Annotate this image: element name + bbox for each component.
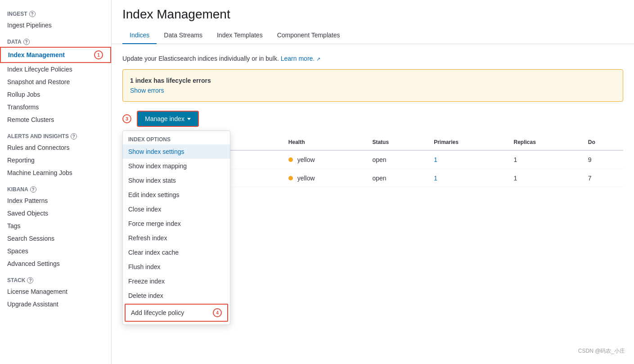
row1-health-label: yellow	[297, 156, 315, 163]
row1-health: yellow	[283, 150, 367, 169]
chevron-down-icon	[187, 118, 191, 120]
tab-component-templates[interactable]: Component Templates	[270, 27, 347, 44]
th-status: Status	[367, 134, 428, 150]
tab-bar: Indices Data Streams Index Templates Com…	[122, 27, 623, 44]
sidebar-section-title-kibana: Kibana ?	[0, 183, 111, 194]
step-badge-1: 1	[94, 50, 103, 59]
sidebar-item-ml-jobs[interactable]: Machine Learning Jobs	[0, 166, 111, 179]
th-replicas: Replicas	[508, 134, 583, 150]
dropdown-item-flush[interactable]: Flush index	[123, 260, 230, 274]
row2-primaries: 1	[428, 169, 508, 187]
alerts-help-icon[interactable]: ?	[71, 133, 77, 139]
manage-index-button[interactable]: Manage index	[137, 111, 199, 127]
step-badge-4: 4	[213, 308, 222, 317]
sidebar-item-index-patterns[interactable]: Index Patterns	[0, 194, 111, 207]
external-link-icon: ↗	[316, 56, 320, 62]
section-title-ingest: Ingest	[7, 11, 27, 17]
dropdown-item-edit-settings[interactable]: Edit index settings	[123, 188, 230, 202]
info-text: Update your Elasticsearch indices indivi…	[122, 55, 623, 62]
row1-primaries: 1	[428, 150, 508, 169]
alert-title: 1 index has lifecycle errors	[130, 77, 616, 84]
dropdown-item-add-lifecycle[interactable]: Add lifecycle policy4	[125, 304, 228, 322]
manage-index-label: Manage index	[145, 115, 184, 122]
content-area: Update your Elasticsearch indices indivi…	[112, 44, 634, 364]
section-title-alerts: Alerts and Insights	[7, 133, 69, 139]
row2-docs: 7	[583, 169, 623, 187]
row2-status: open	[367, 169, 428, 187]
tab-data-streams[interactable]: Data Streams	[157, 27, 210, 44]
dropdown-item-close[interactable]: Close index	[123, 202, 230, 216]
watermark: CSDN @码农_小庄	[578, 347, 625, 355]
row2-health-label: yellow	[297, 175, 315, 182]
sidebar: Ingest ? Ingest Pipelines Data ? Index M…	[0, 0, 112, 364]
sidebar-item-rules[interactable]: Rules and Connectors	[0, 141, 111, 154]
sidebar-item-snapshot[interactable]: Snapshot and Restore	[0, 76, 111, 88]
row2-primaries-link[interactable]: 1	[434, 175, 437, 182]
sidebar-section-title-stack: Stack ?	[0, 274, 111, 285]
th-docs: Do	[583, 134, 623, 150]
lifecycle-error-banner: 1 index has lifecycle errors Show errors	[122, 69, 623, 102]
th-primaries: Primaries	[428, 134, 508, 150]
sidebar-item-rollup[interactable]: Rollup Jobs	[0, 88, 111, 101]
sidebar-item-spaces[interactable]: Spaces	[0, 245, 111, 257]
dropdown-item-refresh[interactable]: Refresh index	[123, 231, 230, 245]
dropdown-item-show-stats[interactable]: Show index stats	[123, 173, 230, 188]
sidebar-item-ilp[interactable]: Index Lifecycle Policies	[0, 63, 111, 76]
tab-indices[interactable]: Indices	[122, 27, 157, 44]
step-badge-3: 3	[122, 114, 131, 123]
sidebar-section-kibana: Kibana ? Index Patterns Saved Objects Ta…	[0, 183, 111, 270]
kibana-help-icon[interactable]: ?	[30, 186, 36, 193]
sidebar-section-data: Data ? Index Management 1 Index Lifecycl…	[0, 35, 111, 126]
dropdown-item-force-merge[interactable]: Force merge index	[123, 216, 230, 231]
index-management-label: Index Management	[8, 51, 65, 58]
sidebar-item-reporting[interactable]: Reporting	[0, 154, 111, 166]
main-content: Index Management Indices Data Streams In…	[112, 0, 634, 364]
sidebar-item-search-sessions[interactable]: Search Sessions	[0, 232, 111, 245]
sidebar-section-title-ingest: Ingest ?	[0, 7, 111, 19]
sidebar-section-ingest: Ingest ? Ingest Pipelines	[0, 7, 111, 31]
page-header: Index Management Indices Data Streams In…	[112, 0, 634, 44]
info-text-content: Update your Elasticsearch indices indivi…	[122, 55, 279, 62]
sidebar-item-remote-clusters[interactable]: Remote Clusters	[0, 113, 111, 126]
row1-docs: 9	[583, 150, 623, 169]
dropdown-item-freeze[interactable]: Freeze index	[123, 274, 230, 288]
row1-health-dot	[288, 157, 293, 162]
tab-index-templates[interactable]: Index Templates	[210, 27, 270, 44]
dropdown-item-show-settings[interactable]: Show index settings	[123, 144, 230, 159]
sidebar-section-title-data: Data ?	[0, 35, 111, 47]
row1-status: open	[367, 150, 428, 169]
stack-help-icon[interactable]: ?	[27, 277, 33, 283]
data-help-icon[interactable]: ?	[23, 39, 30, 45]
learn-more-link[interactable]: Learn more. ↗	[281, 55, 320, 62]
manage-index-dropdown: Index options Show index settings Show i…	[122, 130, 230, 325]
sidebar-item-advanced-settings[interactable]: Advanced Settings	[0, 257, 111, 270]
row1-primaries-link[interactable]: 1	[434, 156, 437, 163]
dropdown-header: Index options	[123, 133, 230, 144]
page-title: Index Management	[122, 7, 623, 22]
section-title-data: Data	[7, 39, 22, 45]
sidebar-item-ingest-pipelines[interactable]: Ingest Pipelines	[0, 19, 111, 31]
row1-replicas: 1	[508, 150, 583, 169]
sidebar-section-alerts: Alerts and Insights ? Rules and Connecto…	[0, 130, 111, 179]
row2-health-dot	[288, 176, 293, 180]
section-title-kibana: Kibana	[7, 186, 28, 193]
sidebar-item-saved-objects[interactable]: Saved Objects	[0, 207, 111, 220]
row2-health: yellow	[283, 169, 367, 187]
ingest-help-icon[interactable]: ?	[29, 11, 36, 17]
th-health: Health	[283, 134, 367, 150]
sidebar-item-transforms[interactable]: Transforms	[0, 101, 111, 113]
show-errors-link[interactable]: Show errors	[130, 87, 164, 94]
sidebar-item-license[interactable]: License Management	[0, 285, 111, 298]
sidebar-item-upgrade[interactable]: Upgrade Assistant	[0, 298, 111, 310]
sidebar-item-tags[interactable]: Tags	[0, 220, 111, 232]
sidebar-section-title-alerts: Alerts and Insights ?	[0, 130, 111, 141]
dropdown-item-show-mapping[interactable]: Show index mapping	[123, 159, 230, 173]
row2-replicas: 1	[508, 169, 583, 187]
sidebar-item-index-management[interactable]: Index Management 1	[0, 47, 111, 63]
dropdown-item-clear-cache[interactable]: Clear index cache	[123, 245, 230, 260]
toolbar: 3 Manage index Index options Show index …	[122, 111, 623, 127]
section-title-stack: Stack	[7, 277, 25, 283]
dropdown-item-delete[interactable]: Delete index	[123, 288, 230, 303]
sidebar-section-stack: Stack ? License Management Upgrade Assis…	[0, 274, 111, 310]
